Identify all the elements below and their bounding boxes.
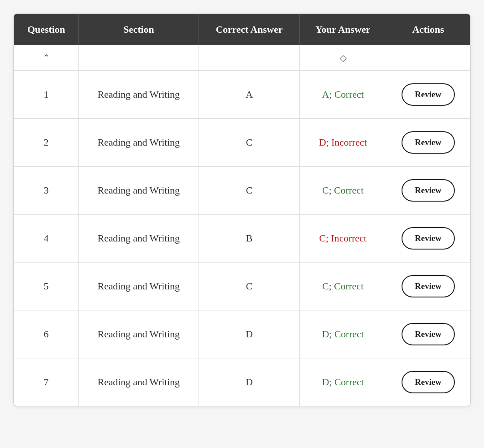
table-row: 2Reading and WritingCD; IncorrectReview [14,119,470,167]
review-button[interactable]: Review [402,275,455,297]
results-table: Question Section Correct Answer Your Ans… [14,14,470,406]
question-number: 2 [14,119,79,167]
your-answer-cell: D; Correct [300,310,386,358]
your-answer-cell: C; Correct [300,263,386,310]
table-row: 5Reading and WritingCC; CorrectReview [14,263,470,310]
filter-row: ⌃ ◇ [14,45,470,71]
col-header-question: Question [14,14,79,45]
filter-answer-icon[interactable]: ◇ [300,45,386,71]
question-number: 4 [14,215,79,263]
section-cell: Reading and Writing [79,167,199,215]
your-answer-cell: D; Correct [300,358,386,406]
table-header-row: Question Section Correct Answer Your Ans… [14,14,470,45]
section-cell: Reading and Writing [79,310,199,358]
actions-cell: Review [386,167,470,215]
correct-answer-cell: C [199,263,300,310]
review-button[interactable]: Review [402,131,455,154]
your-answer-cell: D; Incorrect [300,119,386,167]
question-number: 5 [14,263,79,310]
filter-correct-cell [199,45,300,71]
your-answer-cell: C; Correct [300,167,386,215]
filter-section-cell [79,45,199,71]
section-cell: Reading and Writing [79,358,199,406]
section-cell: Reading and Writing [79,263,199,310]
correct-answer-cell: A [199,71,300,119]
filter-sort-icon[interactable]: ⌃ [14,45,79,71]
actions-cell: Review [386,358,470,406]
review-button[interactable]: Review [402,371,455,393]
table-row: 4Reading and WritingBC; IncorrectReview [14,215,470,263]
correct-answer-cell: B [199,215,300,263]
chevron-up-icon[interactable]: ⌃ [43,53,50,63]
review-button[interactable]: Review [402,83,455,106]
correct-answer-cell: D [199,358,300,406]
col-header-your-answer: Your Answer [300,14,386,45]
col-header-actions: Actions [386,14,470,45]
table-row: 6Reading and WritingDD; CorrectReview [14,310,470,358]
col-header-correct-answer: Correct Answer [199,14,300,45]
col-header-section: Section [79,14,199,45]
results-table-container: Question Section Correct Answer Your Ans… [13,13,471,406]
correct-answer-cell: D [199,310,300,358]
section-cell: Reading and Writing [79,71,199,119]
diamond-icon[interactable]: ◇ [340,53,346,63]
question-number: 7 [14,358,79,406]
actions-cell: Review [386,263,470,310]
section-cell: Reading and Writing [79,215,199,263]
question-number: 3 [14,167,79,215]
your-answer-cell: A; Correct [300,71,386,119]
table-row: 1Reading and WritingAA; CorrectReview [14,71,470,119]
actions-cell: Review [386,310,470,358]
correct-answer-cell: C [199,167,300,215]
question-number: 6 [14,310,79,358]
section-cell: Reading and Writing [79,119,199,167]
your-answer-cell: C; Incorrect [300,215,386,263]
actions-cell: Review [386,71,470,119]
review-button[interactable]: Review [402,323,455,345]
review-button[interactable]: Review [402,227,455,250]
filter-actions-cell [386,45,470,71]
review-button[interactable]: Review [402,179,455,202]
actions-cell: Review [386,215,470,263]
table-row: 7Reading and WritingDD; CorrectReview [14,358,470,406]
correct-answer-cell: C [199,119,300,167]
actions-cell: Review [386,119,470,167]
table-row: 3Reading and WritingCC; CorrectReview [14,167,470,215]
question-number: 1 [14,71,79,119]
